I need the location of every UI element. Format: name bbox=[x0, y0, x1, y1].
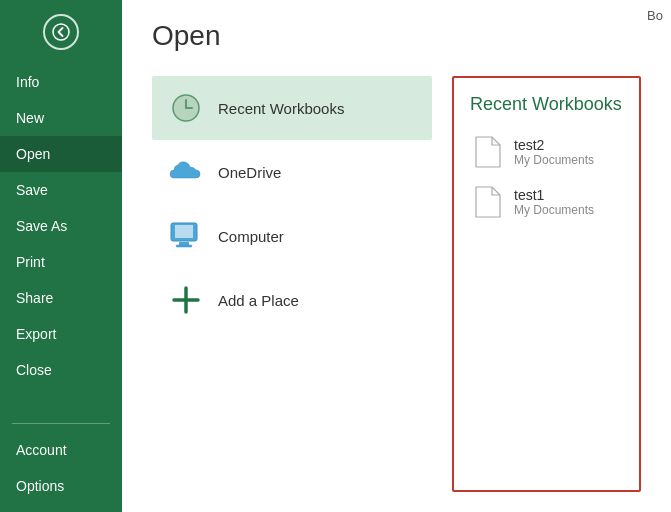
location-recent[interactable]: Recent Workbooks bbox=[152, 76, 432, 140]
sidebar-bottom: Account Options bbox=[0, 415, 122, 504]
sidebar-item-save[interactable]: Save bbox=[0, 172, 122, 208]
page-title: Open bbox=[152, 20, 641, 52]
back-circle-icon bbox=[43, 14, 79, 50]
main-content: Bo Open Recent Workbooks bbox=[122, 0, 671, 512]
svg-point-0 bbox=[53, 24, 69, 40]
computer-icon bbox=[168, 218, 204, 254]
locations-panel: Recent Workbooks OneDrive bbox=[152, 76, 432, 492]
workbook-item-test1[interactable]: test1 My Documents bbox=[470, 177, 623, 227]
location-computer[interactable]: Computer bbox=[152, 204, 432, 268]
sidebar-item-print[interactable]: Print bbox=[0, 244, 122, 280]
location-add-place[interactable]: Add a Place bbox=[152, 268, 432, 332]
svg-rect-6 bbox=[179, 242, 189, 245]
sidebar-item-options[interactable]: Options bbox=[0, 468, 122, 504]
sidebar: Info New Open Save Save As Print Share E… bbox=[0, 0, 122, 512]
back-button[interactable] bbox=[0, 0, 122, 64]
workbook-name-test1: test1 bbox=[514, 187, 594, 203]
location-onedrive-label: OneDrive bbox=[218, 164, 281, 181]
svg-rect-7 bbox=[176, 245, 192, 247]
recent-workbooks-panel: Recent Workbooks test2 My Documents bbox=[452, 76, 641, 492]
sidebar-item-info[interactable]: Info bbox=[0, 64, 122, 100]
workbook-info-test1: test1 My Documents bbox=[514, 187, 594, 217]
workbook-info-test2: test2 My Documents bbox=[514, 137, 594, 167]
sidebar-item-open[interactable]: Open bbox=[0, 136, 122, 172]
sidebar-item-share[interactable]: Share bbox=[0, 280, 122, 316]
sidebar-item-account[interactable]: Account bbox=[0, 432, 122, 468]
location-computer-label: Computer bbox=[218, 228, 284, 245]
content-area: Recent Workbooks OneDrive bbox=[152, 76, 641, 492]
location-onedrive[interactable]: OneDrive bbox=[152, 140, 432, 204]
svg-rect-5 bbox=[175, 225, 193, 238]
workbook-path-test2: My Documents bbox=[514, 153, 594, 167]
sidebar-nav: Info New Open Save Save As Print Share E… bbox=[0, 64, 122, 415]
recent-panel-title: Recent Workbooks bbox=[470, 94, 623, 115]
workbook-name-test2: test2 bbox=[514, 137, 594, 153]
sidebar-item-save-as[interactable]: Save As bbox=[0, 208, 122, 244]
workbook-item-test2[interactable]: test2 My Documents bbox=[470, 127, 623, 177]
file-icon-test2 bbox=[474, 135, 502, 169]
sidebar-item-new[interactable]: New bbox=[0, 100, 122, 136]
add-place-icon bbox=[168, 282, 204, 318]
sidebar-item-close[interactable]: Close bbox=[0, 352, 122, 388]
file-icon-test1 bbox=[474, 185, 502, 219]
clock-icon bbox=[168, 90, 204, 126]
sidebar-divider bbox=[12, 423, 110, 424]
location-recent-label: Recent Workbooks bbox=[218, 100, 344, 117]
user-initial: Bo bbox=[647, 8, 663, 23]
workbook-path-test1: My Documents bbox=[514, 203, 594, 217]
sidebar-item-export[interactable]: Export bbox=[0, 316, 122, 352]
onedrive-icon bbox=[168, 154, 204, 190]
location-add-place-label: Add a Place bbox=[218, 292, 299, 309]
